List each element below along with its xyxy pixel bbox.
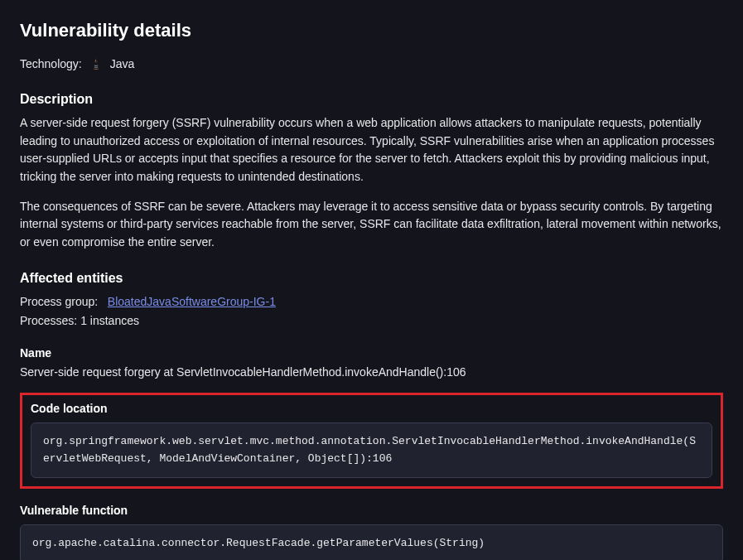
processes-row: Processes: 1 instances <box>20 312 723 330</box>
affected-entities-heading: Affected entities <box>20 268 723 288</box>
vulnerable-function-label: Vulnerable function <box>20 502 723 519</box>
description-paragraph-1: A server-side request forgery (SSRF) vul… <box>20 114 723 186</box>
description-heading: Description <box>20 89 723 109</box>
technology-row: Technology: Java <box>20 56 723 73</box>
name-value: Server-side request forgery at ServletIn… <box>20 364 723 381</box>
description-paragraph-2: The consequences of SSRF can be severe. … <box>20 198 723 252</box>
description-section: Description A server-side request forger… <box>20 89 723 252</box>
code-location-value: org.springframework.web.servlet.mvc.meth… <box>31 422 712 479</box>
processes-value: 1 instances <box>80 314 139 327</box>
technology-label: Technology: <box>20 56 82 73</box>
page-title: Vulnerability details <box>20 17 723 44</box>
code-location-highlight: Code location org.springframework.web.se… <box>20 393 723 490</box>
affected-entities-section: Affected entities Process group: Bloated… <box>20 268 723 330</box>
process-group-row: Process group: BloatedJavaSoftwareGroup-… <box>20 293 723 311</box>
process-group-link[interactable]: BloatedJavaSoftwareGroup-IG-1 <box>108 295 276 308</box>
technology-value: Java <box>110 56 135 73</box>
name-heading: Name <box>20 345 723 362</box>
vulnerable-function-section: Vulnerable function org.apache.catalina.… <box>20 502 723 560</box>
code-location-label: Code location <box>31 400 712 418</box>
vulnerable-function-value: org.apache.catalina.connector.RequestFac… <box>20 524 723 560</box>
process-group-label: Process group: <box>20 295 98 308</box>
name-section: Name Server-side request forgery at Serv… <box>20 345 723 381</box>
java-icon <box>89 57 104 72</box>
processes-label: Processes: <box>20 314 77 327</box>
